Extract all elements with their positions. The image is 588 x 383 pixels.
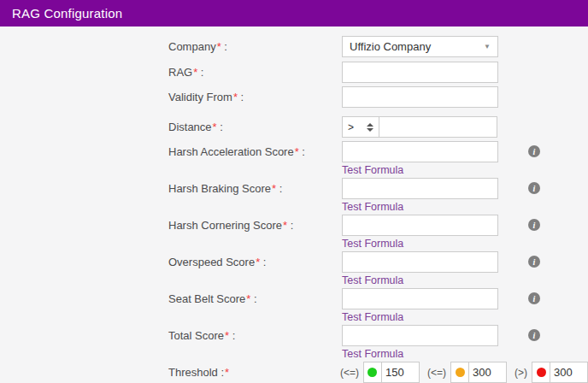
test-formula-link[interactable]: Test Formula <box>342 274 403 287</box>
harsh-acceleration-score-label: Harsh Acceleration Score* : <box>168 141 342 158</box>
threshold-label: Threshold :* <box>168 362 340 379</box>
form-row-harsh-acceleration-score: Harsh Acceleration Score* : Test Formula… <box>168 141 588 177</box>
page-header: RAG Configuration <box>0 0 588 27</box>
test-formula-link[interactable]: Test Formula <box>342 348 403 361</box>
red-dot-icon <box>532 362 550 382</box>
distance-operator-select[interactable]: > <box>342 116 379 138</box>
rag-configuration-form: Company* : Uffizio Company ▼ RAG* : Vali… <box>0 27 588 383</box>
info-icon[interactable]: i <box>528 145 540 157</box>
info-icon[interactable]: i <box>528 219 540 231</box>
distance-input[interactable] <box>379 116 497 138</box>
threshold-green-input[interactable] <box>382 363 419 381</box>
spinner-icon <box>367 123 373 132</box>
overspeed-score-input[interactable] <box>342 251 498 273</box>
test-formula-link[interactable]: Test Formula <box>342 238 403 250</box>
threshold-amber-input[interactable] <box>469 363 506 381</box>
amber-dot-icon <box>451 362 469 382</box>
form-row-overspeed-score: Overspeed Score* : Test Formula i <box>168 251 588 287</box>
seat-belt-score-input[interactable] <box>342 288 498 309</box>
form-row-company: Company* : Uffizio Company ▼ <box>168 36 588 57</box>
threshold-operator-amber: (<=) <box>427 367 446 379</box>
harsh-braking-score-label: Harsh Braking Score* : <box>168 178 342 195</box>
form-row-total-score: Total Score* : Test Formula i <box>168 325 588 361</box>
required-asterisk: * <box>225 366 229 379</box>
overspeed-score-label: Overspeed Score* : <box>168 251 342 268</box>
green-dot-icon <box>364 362 382 382</box>
company-select-value: Uffizio Company <box>350 40 431 53</box>
validity-from-label: Validity From* : <box>168 86 342 103</box>
test-formula-link[interactable]: Test Formula <box>342 164 403 177</box>
threshold-operator-green: (<=) <box>340 367 359 379</box>
threshold-group-red <box>532 362 588 383</box>
threshold-operator-red: (>) <box>514 367 527 379</box>
distance-operator-value: > <box>348 121 354 133</box>
test-formula-link[interactable]: Test Formula <box>342 311 403 324</box>
form-row-seat-belt-score: Seat Belt Score* : Test Formula i <box>168 288 588 324</box>
info-icon[interactable]: i <box>528 256 540 268</box>
test-formula-link[interactable]: Test Formula <box>342 201 403 214</box>
distance-label: Distance* : <box>168 116 342 133</box>
validity-from-input[interactable] <box>342 86 498 108</box>
harsh-acceleration-score-input[interactable] <box>342 141 498 162</box>
chevron-down-icon: ▼ <box>484 43 491 50</box>
total-score-label: Total Score* : <box>168 325 342 342</box>
form-row-distance: Distance* : > <box>168 116 588 138</box>
threshold-group-green <box>363 362 420 383</box>
harsh-cornering-score-input[interactable] <box>342 215 498 236</box>
total-score-input[interactable] <box>342 325 498 346</box>
form-row-harsh-cornering-score: Harsh Cornering Score* : Test Formula i <box>168 215 588 250</box>
rag-input[interactable] <box>342 62 498 83</box>
rag-label: RAG* : <box>168 62 342 79</box>
info-icon[interactable]: i <box>528 182 540 194</box>
info-icon[interactable]: i <box>528 292 540 304</box>
page-title: RAG Configuration <box>12 6 122 21</box>
form-row-rag: RAG* : <box>168 62 588 83</box>
form-row-threshold: Threshold :* (<=) (<=) <box>168 362 588 383</box>
form-row-harsh-braking-score: Harsh Braking Score* : Test Formula i <box>168 178 588 214</box>
threshold-red-input[interactable] <box>550 363 587 381</box>
company-label: Company* : <box>168 36 342 53</box>
threshold-group-amber <box>450 362 507 383</box>
harsh-braking-score-input[interactable] <box>342 178 498 199</box>
form-row-validity-from: Validity From* : <box>168 86 588 108</box>
harsh-cornering-score-label: Harsh Cornering Score* : <box>168 215 342 232</box>
company-select[interactable]: Uffizio Company ▼ <box>342 36 498 57</box>
seat-belt-score-label: Seat Belt Score* : <box>168 288 342 305</box>
info-icon[interactable]: i <box>528 329 540 341</box>
